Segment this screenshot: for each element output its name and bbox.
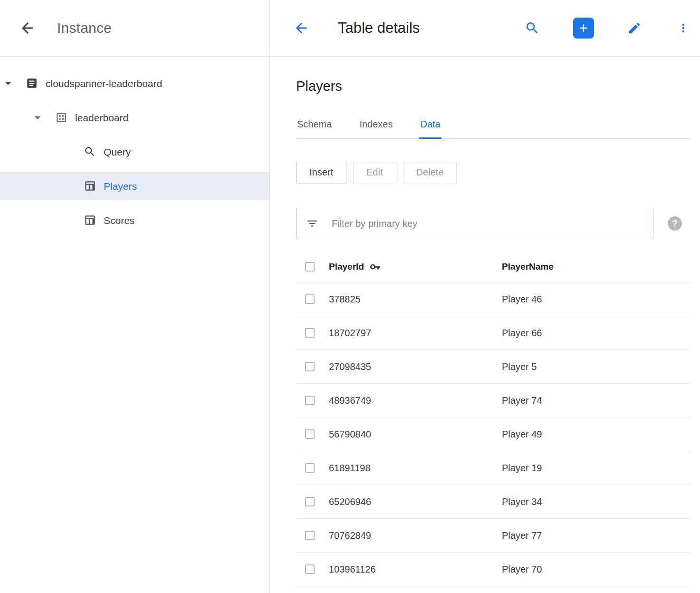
key-icon xyxy=(370,262,380,272)
header-actions xyxy=(523,18,696,39)
player-name-cell: Player 34 xyxy=(502,496,690,507)
tab-indexes[interactable]: Indexes xyxy=(358,113,393,139)
table-header-row: PlayerId PlayerName xyxy=(296,251,690,282)
sidebar-header: Instance xyxy=(0,0,269,57)
tree-item-label: Query xyxy=(104,147,131,157)
player-id-cell: 18702797 xyxy=(329,328,502,339)
insert-button[interactable]: Insert xyxy=(296,161,346,184)
tree-item-label: leaderboard xyxy=(75,113,128,123)
tree-item-query[interactable]: Query xyxy=(0,137,269,166)
table-details-header: Table details xyxy=(270,0,700,57)
player-id-cell: 65206946 xyxy=(329,496,502,507)
filter-input[interactable] xyxy=(332,218,643,229)
player-name-cell: Player 19 xyxy=(502,463,690,474)
chevron-down-icon[interactable] xyxy=(1,76,15,90)
column-header-playername: PlayerName xyxy=(502,262,690,272)
row-checkbox[interactable] xyxy=(305,564,315,574)
row-checkbox[interactable] xyxy=(305,294,315,304)
help-icon[interactable]: ? xyxy=(668,216,682,231)
player-id-cell: 48936749 xyxy=(329,395,502,406)
players-data-table: PlayerId PlayerName 378825 Player 46 187… xyxy=(296,251,690,586)
sidebar-title: Instance xyxy=(57,20,112,36)
filter-row: ? xyxy=(296,208,690,239)
player-name-cell: Player 74 xyxy=(502,395,690,406)
row-checkbox[interactable] xyxy=(305,396,315,405)
table-name-heading: Players xyxy=(296,78,690,94)
tab-schema[interactable]: Schema xyxy=(296,113,333,139)
instance-icon xyxy=(26,77,38,89)
player-id-cell: 378825 xyxy=(329,294,502,305)
player-id-cell: 70762849 xyxy=(329,530,502,541)
chevron-down-icon[interactable] xyxy=(30,110,45,125)
tab-bar: Schema Indexes Data xyxy=(296,113,690,139)
edit-icon[interactable] xyxy=(625,19,643,37)
tree-item-database[interactable]: leaderboard xyxy=(0,103,269,132)
player-name-cell: Player 5 xyxy=(502,361,690,372)
player-id-cell: 27098435 xyxy=(329,361,502,372)
edit-button[interactable]: Edit xyxy=(353,161,396,184)
row-checkbox[interactable] xyxy=(305,463,315,473)
table-icon xyxy=(84,180,96,192)
row-checkbox[interactable] xyxy=(305,429,315,439)
database-icon xyxy=(55,111,67,124)
player-name-cell: Player 70 xyxy=(502,564,690,575)
player-id-cell: 56790840 xyxy=(329,429,502,440)
tree-item-label: cloudspanner-leaderboard xyxy=(46,78,162,88)
player-name-cell: Player 66 xyxy=(502,328,690,339)
more-vert-icon[interactable] xyxy=(675,19,692,37)
search-icon[interactable] xyxy=(523,19,542,38)
page-title: Table details xyxy=(338,19,420,37)
table-row[interactable]: 48936749 Player 74 xyxy=(296,384,690,418)
row-checkbox[interactable] xyxy=(305,328,315,338)
table-row[interactable]: 378825 Player 46 xyxy=(296,282,690,316)
app-root: Instance cloudspanner-leaderboard xyxy=(0,0,700,593)
table-row[interactable]: 56790840 Player 49 xyxy=(296,418,690,451)
main-panel: Table details Players xyxy=(270,0,700,593)
search-icon xyxy=(84,146,96,158)
column-header-playerid: PlayerId xyxy=(329,262,502,272)
row-checkbox[interactable] xyxy=(305,497,315,506)
row-checkbox[interactable] xyxy=(305,362,315,371)
tree-item-instance[interactable]: cloudspanner-leaderboard xyxy=(0,69,269,97)
table-details-content: Players Schema Indexes Data Insert Edit … xyxy=(270,57,700,593)
tree-item-scores[interactable]: Scores xyxy=(0,206,269,234)
select-all-checkbox[interactable] xyxy=(305,262,315,272)
back-icon[interactable] xyxy=(291,18,311,38)
player-name-cell: Player 49 xyxy=(502,429,690,440)
player-name-cell: Player 46 xyxy=(502,294,690,305)
table-body: 378825 Player 46 18702797 Player 66 2709… xyxy=(296,282,690,586)
table-row[interactable]: 61891198 Player 19 xyxy=(296,451,690,485)
tree-item-label: Players xyxy=(104,181,137,191)
table-icon xyxy=(84,214,96,226)
tree-item-label: Scores xyxy=(104,215,134,225)
row-checkbox[interactable] xyxy=(305,531,315,540)
player-id-cell: 103961126 xyxy=(329,564,502,575)
tab-data[interactable]: Data xyxy=(419,113,441,139)
plus-icon xyxy=(577,21,590,35)
instance-tree: cloudspanner-leaderboard leaderboard xyxy=(0,57,269,240)
filter-list-icon xyxy=(306,217,318,230)
player-id-cell: 61891198 xyxy=(329,463,502,474)
row-actions-toolbar: Insert Edit Delete xyxy=(296,161,690,184)
table-row[interactable]: 65206946 Player 34 xyxy=(296,485,690,519)
table-row[interactable]: 27098435 Player 5 xyxy=(296,350,690,384)
add-row-button[interactable] xyxy=(573,18,594,39)
player-name-cell: Player 77 xyxy=(502,530,690,541)
tree-item-players[interactable]: Players xyxy=(0,172,269,200)
delete-button[interactable]: Delete xyxy=(403,161,457,184)
sidebar: Instance cloudspanner-leaderboard xyxy=(0,0,270,593)
filter-box xyxy=(296,208,653,239)
table-row[interactable]: 18702797 Player 66 xyxy=(296,316,690,350)
table-row[interactable]: 103961126 Player 70 xyxy=(296,553,690,586)
back-icon[interactable] xyxy=(17,18,38,39)
table-row[interactable]: 70762849 Player 77 xyxy=(296,519,690,553)
